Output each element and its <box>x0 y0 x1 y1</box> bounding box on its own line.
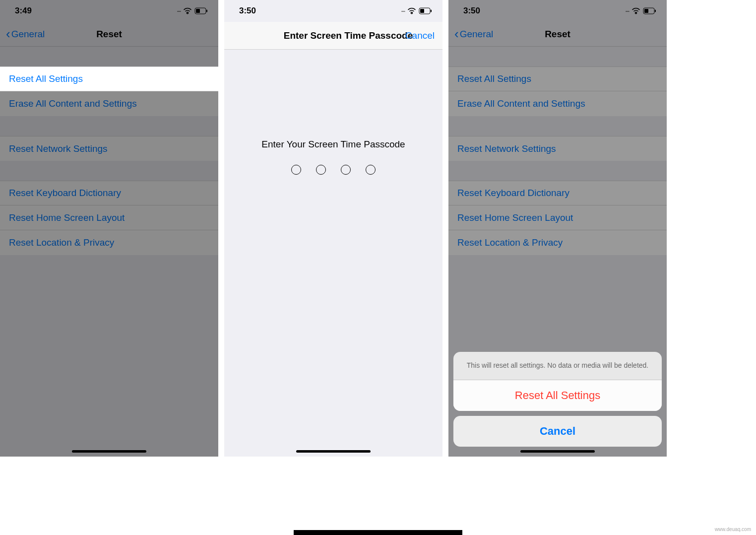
cancel-button[interactable]: Cancel <box>405 30 435 41</box>
nav-bar: Enter Screen Time Passcode Cancel <box>224 22 442 50</box>
reset-all-settings-button[interactable]: Reset All Settings <box>453 380 662 411</box>
action-sheet: This will reset all settings. No data or… <box>453 352 662 447</box>
signal-icon: •••• <box>177 9 181 13</box>
battery-icon <box>194 7 208 14</box>
back-label: General <box>11 29 45 40</box>
passcode-dots[interactable] <box>291 165 376 175</box>
row-label: Reset Location & Privacy <box>9 237 114 248</box>
row-reset-network[interactable]: Reset Network Settings <box>0 136 218 161</box>
watermark: www.deuaq.com <box>715 527 751 532</box>
phone-reset-list: 3:49 •••• ‹ General Reset Reset All Sett… <box>0 0 218 457</box>
passcode-dot-3 <box>341 165 351 175</box>
wifi-icon <box>407 7 416 14</box>
home-indicator[interactable] <box>520 450 595 453</box>
signal-icon: •••• <box>401 9 405 13</box>
row-label: Reset Network Settings <box>9 143 108 154</box>
row-erase-all[interactable]: Erase All Content and Settings <box>0 91 218 116</box>
status-time: 3:49 <box>15 6 32 16</box>
row-reset-home[interactable]: Reset Home Screen Layout <box>0 205 218 230</box>
home-indicator[interactable] <box>72 450 146 453</box>
nav-bar: ‹ General Reset <box>0 22 218 47</box>
wifi-icon <box>183 7 192 14</box>
passcode-dot-2 <box>316 165 326 175</box>
status-bar: 3:50 •••• <box>224 0 442 22</box>
page-scroll-indicator <box>294 530 462 535</box>
row-label: Reset All Settings <box>9 73 83 84</box>
action-sheet-message: This will reset all settings. No data or… <box>453 352 662 380</box>
cancel-button[interactable]: Cancel <box>453 416 662 447</box>
status-time: 3:50 <box>239 6 256 16</box>
back-button[interactable]: ‹ General <box>6 28 45 40</box>
passcode-prompt: Enter Your Screen Time Passcode <box>261 139 405 150</box>
passcode-dot-1 <box>291 165 301 175</box>
action-sheet-group: This will reset all settings. No data or… <box>453 352 662 411</box>
row-label: Erase All Content and Settings <box>9 98 137 109</box>
svg-rect-1 <box>196 9 200 13</box>
row-reset-location[interactable]: Reset Location & Privacy <box>0 230 218 255</box>
phone-passcode: 3:50 •••• Enter Screen Time Passcode Can… <box>224 0 442 457</box>
battery-icon <box>419 7 433 14</box>
chevron-left-icon: ‹ <box>6 27 10 40</box>
row-reset-all-settings[interactable]: Reset All Settings <box>0 67 218 91</box>
status-icons: •••• <box>401 7 433 14</box>
phone-action-sheet: 3:50 •••• ‹ General Reset Reset All Sett… <box>448 0 667 457</box>
row-reset-keyboard[interactable]: Reset Keyboard Dictionary <box>0 181 218 205</box>
row-label: Reset Keyboard Dictionary <box>9 188 121 199</box>
row-label: Reset Home Screen Layout <box>9 212 125 223</box>
status-icons: •••• <box>177 7 208 14</box>
passcode-area: Enter Your Screen Time Passcode <box>224 50 442 447</box>
nav-title: Enter Screen Time Passcode <box>254 30 413 41</box>
passcode-dot-4 <box>366 165 376 175</box>
home-indicator[interactable] <box>296 450 371 453</box>
status-bar: 3:49 •••• <box>0 0 218 22</box>
svg-rect-4 <box>420 9 424 13</box>
svg-rect-2 <box>206 10 207 12</box>
svg-rect-5 <box>431 10 432 12</box>
